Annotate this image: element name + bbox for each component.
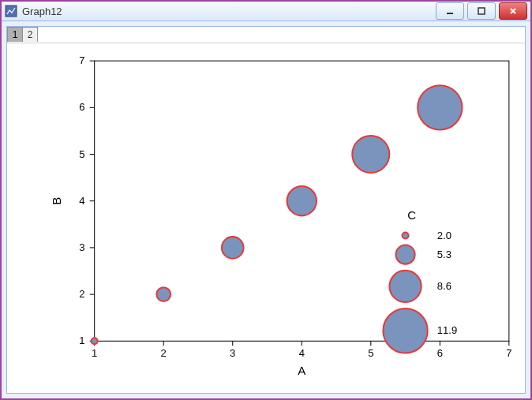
x-tick-label: 7: [506, 348, 511, 360]
legend-value: 5.3: [437, 249, 451, 260]
close-button[interactable]: [499, 2, 527, 20]
bubble-chart[interactable]: 12345671234567ABC2.05.38.611.9: [7, 43, 525, 393]
app-icon: [5, 5, 17, 17]
x-tick-label: 1: [92, 348, 97, 360]
legend-bubble: [403, 233, 409, 239]
titlebar: Graph12: [2, 2, 530, 21]
bubble[interactable]: [352, 136, 389, 173]
y-tick-label: 1: [79, 335, 84, 347]
y-tick-label: 7: [79, 54, 84, 66]
x-tick-label: 6: [437, 348, 443, 360]
client-area: 1 2 12345671234567ABC2.05.38.611.9: [6, 26, 526, 394]
x-tick-label: 2: [161, 348, 167, 360]
legend-bubble: [389, 271, 421, 302]
app-window: Graph12 1 2 12345671234567ABC2.05.38.611…: [0, 0, 532, 400]
bubble[interactable]: [287, 186, 317, 215]
tab-1[interactable]: 1: [7, 27, 23, 42]
legend-title: C: [407, 209, 416, 222]
y-tick-label: 5: [79, 148, 84, 160]
tabstrip: 1 2: [7, 27, 525, 43]
y-tick-label: 6: [79, 102, 84, 114]
x-tick-label: 4: [299, 348, 305, 360]
svg-rect-2: [478, 8, 485, 14]
tab-2[interactable]: 2: [22, 27, 38, 42]
bubble[interactable]: [156, 288, 170, 302]
window-title: Graph12: [22, 6, 436, 17]
x-tick-label: 5: [368, 348, 373, 360]
x-tick-label: 3: [230, 348, 235, 360]
bubble[interactable]: [418, 85, 462, 129]
y-tick-label: 4: [79, 195, 84, 207]
x-axis-label: A: [298, 364, 306, 377]
y-axis-label: B: [50, 197, 63, 205]
legend-value: 11.9: [437, 325, 457, 337]
legend-value: 8.6: [437, 280, 451, 292]
window-controls: [436, 2, 527, 20]
maximize-button[interactable]: [467, 2, 496, 20]
y-tick-label: 2: [79, 288, 84, 300]
svg-rect-0: [6, 6, 17, 17]
bubble[interactable]: [222, 237, 244, 259]
y-tick-label: 3: [79, 241, 84, 253]
legend-bubble: [395, 245, 414, 264]
bubble[interactable]: [92, 338, 98, 345]
legend-value: 2.0: [437, 230, 451, 241]
minimize-button[interactable]: [436, 2, 464, 20]
chart-area: 12345671234567ABC2.05.38.611.9: [7, 43, 525, 393]
legend-bubble: [383, 308, 427, 353]
